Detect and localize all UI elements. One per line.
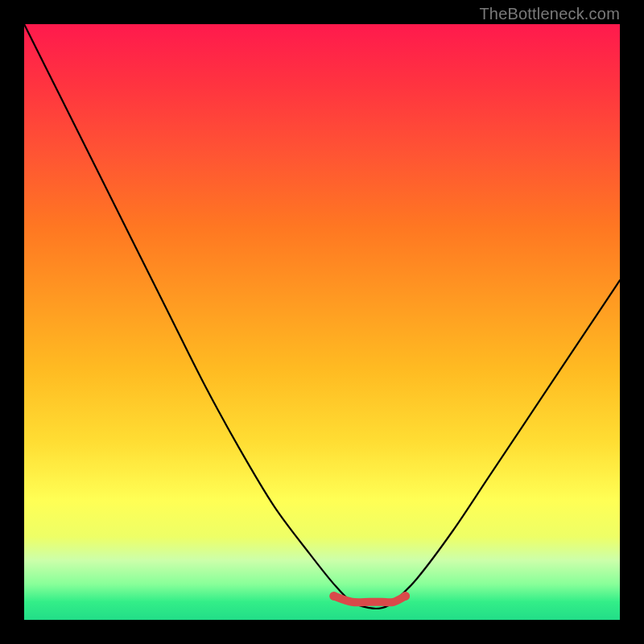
watermark-label: TheBottleneck.com bbox=[479, 5, 620, 23]
red-flat-segment-path bbox=[334, 596, 406, 602]
black-curve-path bbox=[24, 24, 620, 609]
red-endpoint-right bbox=[401, 592, 410, 601]
chart-frame: TheBottleneck.com bbox=[0, 0, 644, 644]
red-endpoint-left bbox=[329, 592, 338, 601]
plot-area bbox=[24, 24, 620, 620]
chart-svg bbox=[24, 24, 620, 620]
